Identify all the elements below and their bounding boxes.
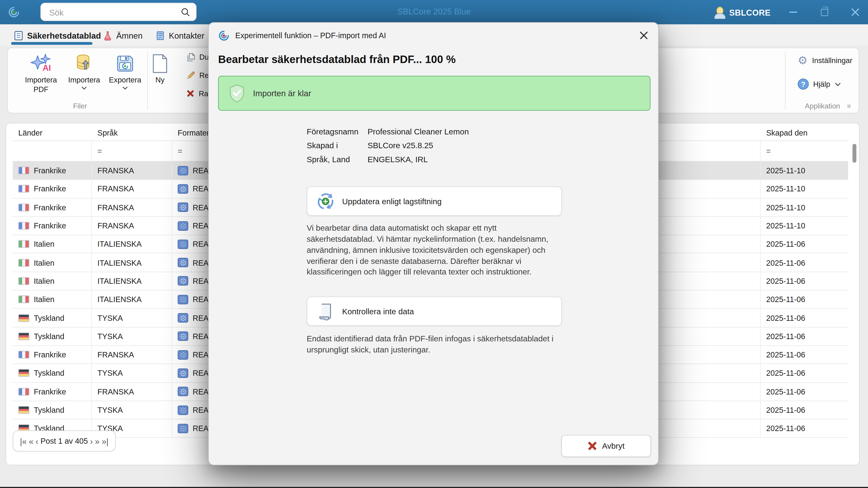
eu-flag-icon [178, 405, 188, 415]
pdf-import-dialog: Experimentell funktion – PDF-import med … [208, 22, 659, 465]
svg-text:AI: AI [43, 63, 51, 72]
eu-flag-icon [178, 166, 188, 175]
country-flag-icon [18, 314, 29, 322]
fast-next-button[interactable]: » [95, 436, 99, 446]
active-tab-indicator [11, 42, 92, 44]
application-group-label: Applikation [805, 102, 840, 110]
eu-flag-icon [178, 203, 188, 212]
cell-created: 2025-11-06 [761, 346, 847, 364]
dialog-launcher-icon[interactable]: ≡ [847, 102, 851, 110]
filter-created[interactable]: = [761, 141, 847, 161]
files-group-label: Filer [73, 102, 87, 110]
sblcore-logo-icon [218, 30, 230, 41]
country-flag-icon [18, 406, 29, 414]
close-window-button[interactable] [847, 4, 864, 20]
column-header-created[interactable]: Skapad den [761, 128, 847, 137]
ai-sparkles-icon: AI [30, 53, 52, 75]
cell-country: Italien [13, 254, 92, 271]
pagination-bar: |« « ‹ Post 1 av 405 › » »| [13, 430, 116, 451]
import-label: Importera [61, 76, 107, 85]
first-page-button[interactable]: |« [20, 436, 27, 446]
tab-safety-data-sheets[interactable]: Säkerhetsdatablad [13, 28, 101, 43]
eu-flag-icon [178, 350, 188, 359]
cell-language: FRANSKA [92, 162, 172, 180]
cell-country: Frankrike [13, 346, 92, 364]
tab-label: Säkerhetsdatablad [27, 31, 101, 40]
eu-flag-icon [178, 276, 188, 286]
cell-language: TYSKA [92, 327, 172, 345]
tab-label: Kontakter [169, 31, 204, 40]
cell-created: 2025-11-10 [761, 217, 847, 235]
cell-country: Frankrike [13, 217, 92, 235]
success-message: Importen är klar [253, 89, 311, 98]
eu-flag-icon [178, 332, 188, 341]
cancel-button[interactable]: Avbryt [561, 435, 651, 457]
maximize-button[interactable] [816, 4, 833, 20]
new-document-icon [152, 54, 168, 74]
gear-icon: ⚙ [798, 55, 808, 66]
cell-country: Tyskland [13, 309, 92, 327]
user-name: SBLCORE [729, 7, 771, 17]
do-not-check-data-label: Kontrollera inte data [342, 307, 414, 316]
country-flag-icon [18, 277, 29, 285]
cell-created: 2025-11-06 [761, 235, 847, 253]
next-page-button[interactable]: › [90, 436, 93, 446]
cell-language: ITALIENSKA [92, 291, 172, 308]
dialog-close-button[interactable] [639, 31, 649, 40]
tab-substances[interactable]: Ämnen [102, 28, 143, 43]
prev-page-button[interactable]: ‹ [36, 436, 38, 446]
eu-flag-icon [178, 424, 188, 433]
eu-flag-icon [178, 221, 188, 230]
database-import-icon [74, 53, 95, 74]
tab-contacts[interactable]: Kontakter [155, 28, 204, 43]
minimize-button[interactable] [785, 4, 802, 20]
import-pdf-button[interactable]: AI ImporteraPDF [18, 49, 64, 94]
country-flag-icon [18, 166, 29, 174]
settings-button[interactable]: ⚙ Inställningar [798, 55, 852, 66]
duplicate-icon [186, 53, 195, 62]
cell-language: ITALIENSKA [92, 272, 172, 290]
settings-label: Inställningar [812, 56, 852, 65]
info-value: SBLCore v25.8.25 [368, 141, 469, 150]
column-header-countries[interactable]: Länder [13, 128, 92, 137]
country-flag-icon [18, 369, 29, 377]
country-flag-icon [18, 295, 29, 303]
eu-flag-icon [178, 258, 188, 267]
info-label: Företagsnamn [307, 127, 368, 136]
cell-language: FRANSKA [92, 217, 172, 235]
pencil-icon [186, 71, 195, 80]
group-divider [785, 52, 785, 109]
cell-country: Tyskland [13, 401, 92, 419]
cell-country: Tyskland [13, 364, 92, 382]
fast-prev-button[interactable]: « [29, 436, 33, 446]
cell-language: ITALIENSKA [92, 254, 172, 271]
column-header-language[interactable]: Språk [92, 128, 172, 137]
update-description: Vi bearbetar dina data automatiskt och s… [307, 223, 560, 278]
country-flag-icon [18, 203, 29, 211]
dialog-title: Experimentell funktion – PDF-import med … [235, 31, 633, 40]
user-menu[interactable]: SBLCORE [714, 6, 771, 18]
do-not-check-data-button[interactable]: Kontrollera inte data [307, 297, 562, 326]
chevron-down-icon [835, 82, 841, 86]
update-per-legislation-label: Uppdatera enligt lagstiftning [342, 197, 441, 205]
last-page-button[interactable]: »| [102, 436, 108, 446]
info-label: Skapad i [307, 141, 368, 150]
cell-language: TYSKA [92, 401, 172, 419]
raw-description: Endast identifierad data från PDF-filen … [307, 334, 560, 356]
vertical-scrollbar[interactable] [851, 141, 858, 426]
cell-language: TYSKA [92, 364, 172, 382]
progress-heading: Bearbetar säkerhetsdatablad från PDF... … [218, 53, 456, 66]
country-flag-icon [18, 351, 29, 359]
pagination-status: Post 1 av 405 [40, 436, 88, 445]
scrollbar-thumb[interactable] [852, 144, 856, 163]
help-button[interactable]: ? Hjälp [798, 78, 841, 90]
cell-created: 2025-11-06 [761, 420, 847, 437]
cell-country: Italien [13, 291, 92, 308]
import-pdf-label: Importera [25, 76, 57, 84]
cell-created: 2025-11-10 [761, 198, 847, 216]
filter-language[interactable]: = [92, 141, 172, 161]
new-button[interactable]: Ny [140, 49, 180, 85]
update-per-legislation-button[interactable]: Uppdatera enligt lagstiftning [307, 186, 562, 216]
import-button[interactable]: Importera [61, 49, 107, 90]
filter-countries[interactable] [13, 141, 92, 161]
